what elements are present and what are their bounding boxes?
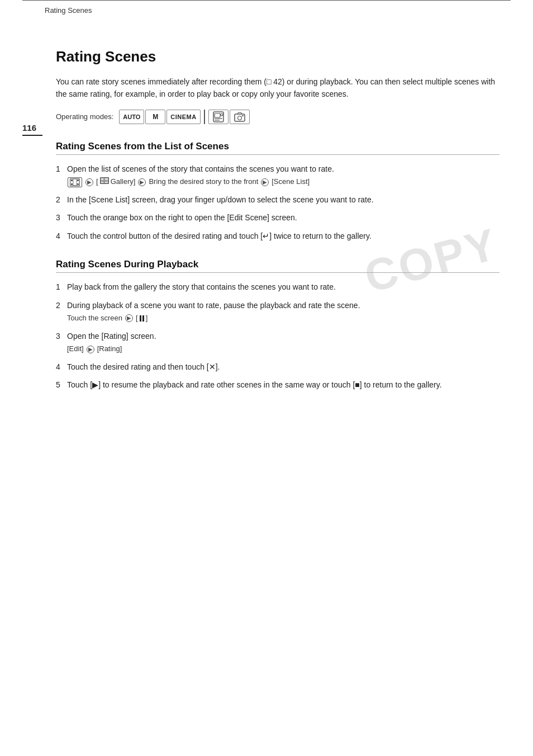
list-item: 4 Touch the desired rating and then touc… [56,361,499,373]
sub-instruction-3: [Edit] ▶ [Rating] [67,343,499,355]
sub-text-bring: Bring the desired story to the front [149,176,258,188]
svg-rect-16 [104,178,108,181]
mode-badge-m: M [145,110,165,124]
list-item: 5 Touch [▶] to resume the playback and r… [56,379,499,391]
list-content: Touch [▶] to resume the playback and rat… [67,379,499,391]
sub-bracket-open: [ [136,313,138,324]
list-content: In the [Scene List] screen, drag your fi… [67,193,499,206]
section2-list: 1 Play back from the gallery the story t… [56,281,499,391]
intro-text: You can rate story scenes immediately af… [56,75,499,101]
svg-rect-13 [73,179,77,186]
list-number: 5 [56,379,67,391]
list-number: 1 [56,163,67,188]
main-content: Rating Scenes You can rate story scenes … [56,15,499,391]
list-item: 3 Touch the orange box on the right to o… [56,211,499,224]
circle-arrow-icon2: ▶ [138,178,146,186]
circle-arrow-icon: ▶ [85,178,93,186]
svg-rect-7 [242,115,244,116]
svg-point-2 [221,114,223,116]
list-content: Open the list of scenes of the story tha… [67,163,499,188]
list-number: 2 [56,193,67,206]
header-label: Rating Scenes [22,4,511,15]
sub-text-rating: [Rating] [97,343,122,355]
list-item: 3 Open the [Rating] screen. [Edit] ▶ [Ra… [56,330,499,355]
page-number-area: 116 [22,123,42,136]
svg-point-6 [237,116,241,120]
sub-text-gallery2: Gallery] [111,176,136,188]
section2-title: Rating Scenes During Playback [56,259,499,273]
circle-arrow-icon3: ▶ [261,178,269,186]
sub-text-scene-list: [Scene List] [272,176,310,188]
svg-rect-9 [71,179,73,181]
mode-badge-auto: AUTO [119,110,144,124]
svg-rect-15 [101,178,104,181]
playback-badge-icon [213,111,224,122]
svg-rect-10 [71,183,73,185]
svg-rect-1 [215,114,220,117]
sub-text-touch: Touch the screen [67,313,122,324]
section1-title: Rating Scenes from the List of Scenes [56,141,499,155]
circle-arrow-icon5: ▶ [87,346,94,353]
page-title: Rating Scenes [56,48,499,65]
list-number: 1 [56,281,67,293]
section-rating-during-playback: Rating Scenes During Playback 1 Play bac… [56,259,499,391]
sub-text-gallery: [ [96,176,98,188]
sub-text-edit: [Edit] [67,343,84,355]
list-number: 3 [56,211,67,224]
list-item: 1 Open the list of scenes of the story t… [56,163,499,188]
mode-badges: AUTO M CINEMA [119,110,249,124]
page-number-line [22,135,42,136]
page-wrapper: Rating Scenes 116 COPY Rating Scenes You… [0,0,533,431]
list-item: 2 In the [Scene List] screen, drag your … [56,193,499,206]
top-border: Rating Scenes [22,0,511,15]
camera-badge-icon [234,112,245,122]
list-item: 1 Play back from the gallery the story t… [56,281,499,293]
circle-arrow-icon4: ▶ [125,314,133,322]
sub-instruction: ▶ [ Gallery] ▶ Bring the desired story t… [67,176,499,188]
page-number: 116 [22,123,42,133]
sub-icon-gallery [100,177,109,187]
mode-divider [204,110,205,124]
mode-badge-camera [230,110,250,124]
list-number: 3 [56,330,67,355]
svg-rect-12 [77,183,79,185]
icon-film [68,177,82,187]
sub-bracket-close: ] [146,313,148,324]
list-number: 4 [56,361,67,373]
operating-modes-label: Operating modes: [56,112,113,121]
section1-list: 1 Open the list of scenes of the story t… [56,163,499,242]
mode-badge-playback [208,110,229,124]
list-item: 2 During playback of a scene you want to… [56,299,499,324]
section-rating-from-list: Rating Scenes from the List of Scenes 1 … [56,141,499,242]
pause-icon [140,315,144,322]
list-number: 4 [56,230,67,242]
list-content: During playback of a scene you want to r… [67,299,499,324]
list-item: 4 Touch the control button of the desire… [56,230,499,242]
list-content: Open the [Rating] screen. [Edit] ▶ [Rati… [67,330,499,355]
list-number: 2 [56,299,67,324]
list-content: Touch the desired rating and then touch … [67,361,499,373]
svg-rect-17 [101,181,104,183]
svg-rect-11 [77,179,79,181]
list-content: Touch the orange box on the right to ope… [67,211,499,224]
list-content: Touch the control button of the desired … [67,230,499,242]
list-content: Play back from the gallery the story tha… [67,281,499,293]
svg-rect-18 [104,181,108,183]
mode-badge-cinema: CINEMA [166,110,200,124]
sub-instruction-2: Touch the screen ▶ [ ] [67,313,499,324]
operating-modes: Operating modes: AUTO M CINEMA [56,110,499,124]
